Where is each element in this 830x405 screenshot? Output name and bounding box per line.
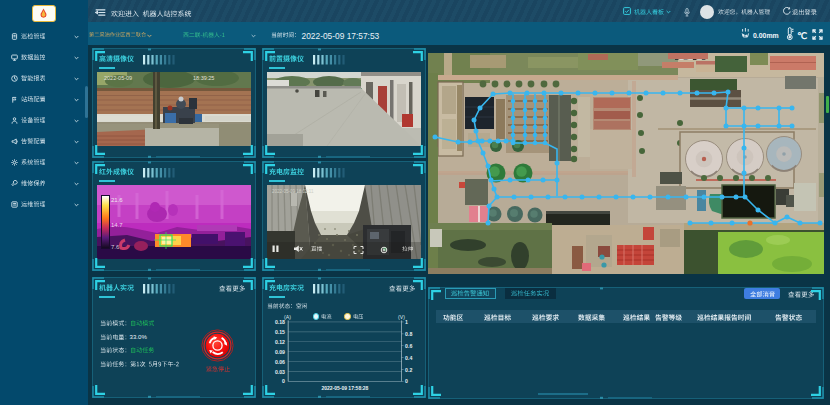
- svg-text:0.8: 0.8: [405, 331, 412, 337]
- svg-text:0.12: 0.12: [275, 339, 285, 345]
- svg-text:2022-05-09 18:02:11: 2022-05-09 18:02:11: [272, 189, 314, 194]
- svg-text:0: 0: [405, 378, 408, 384]
- svg-text:2022-05-09 17:58:28: 2022-05-09 17:58:28: [321, 385, 368, 391]
- svg-text:0.4: 0.4: [405, 355, 412, 361]
- svg-text:7.6: 7.6: [111, 244, 120, 250]
- svg-text:0.15: 0.15: [275, 329, 285, 335]
- svg-text:0.03: 0.03: [275, 369, 285, 375]
- svg-text:0.18: 0.18: [275, 319, 285, 325]
- svg-text:0.2: 0.2: [405, 367, 412, 373]
- svg-text:14.7: 14.7: [111, 222, 123, 228]
- svg-text:1: 1: [405, 319, 408, 325]
- svg-text:18:39:25: 18:39:25: [193, 75, 214, 81]
- svg-text:2022-05-09: 2022-05-09: [104, 75, 132, 81]
- svg-text:0.09: 0.09: [275, 349, 285, 355]
- svg-text:21.6: 21.6: [111, 197, 123, 203]
- svg-text:0.06: 0.06: [275, 359, 285, 365]
- svg-text:0.6: 0.6: [405, 343, 412, 349]
- svg-text:0: 0: [282, 378, 285, 384]
